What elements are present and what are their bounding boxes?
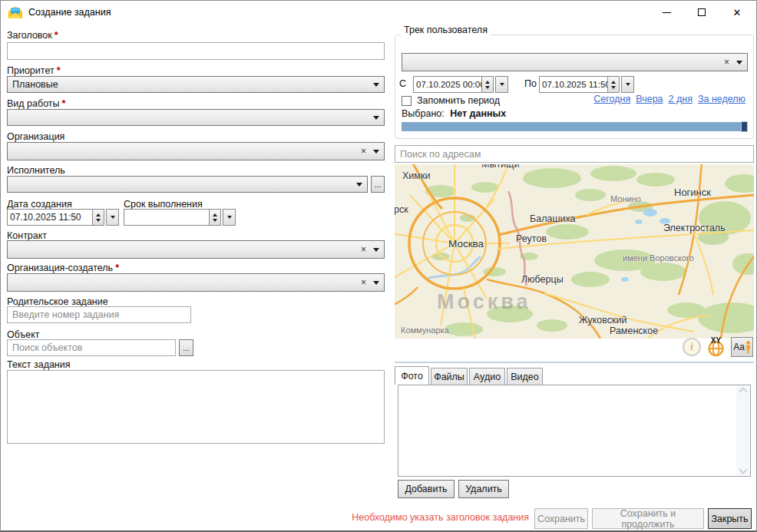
selected-label: Выбрано: <box>402 108 445 119</box>
chevron-down-icon <box>373 281 379 285</box>
chevron-down-icon <box>373 248 379 252</box>
deadline-datetime-picker[interactable] <box>124 209 236 226</box>
contract-combobox[interactable]: × <box>7 240 385 259</box>
spin-up-icon <box>213 213 217 216</box>
map-label: Монино <box>610 194 641 203</box>
spinner-buttons[interactable] <box>209 209 221 226</box>
map-label: орск <box>395 204 408 215</box>
chevron-down-icon <box>500 83 504 86</box>
spinner-buttons[interactable] <box>607 76 620 93</box>
executor-combobox[interactable] <box>7 176 368 193</box>
map-view[interactable]: Химки Мытищи орск Москва Балашиха Реутов… <box>395 164 754 339</box>
chevron-down-icon <box>373 150 379 154</box>
calendar-dropdown-button[interactable] <box>106 209 119 226</box>
spin-up-icon <box>485 81 490 84</box>
priority-value: Плановые <box>12 79 373 90</box>
clear-icon[interactable]: × <box>361 278 366 287</box>
tab-video[interactable]: Видео <box>507 368 543 385</box>
tab-files[interactable]: Файлы <box>431 368 468 385</box>
map-label: Раменское <box>610 325 658 336</box>
track-to-label: По <box>524 78 537 89</box>
calendar-dropdown-button[interactable] <box>495 76 508 93</box>
created-value[interactable]: 07.10.2025 11:50 <box>7 209 93 226</box>
scroll-down-icon[interactable] <box>739 465 747 474</box>
spinner-buttons[interactable] <box>481 76 494 93</box>
minimize-button[interactable] <box>649 1 684 24</box>
window-title: Создание задания <box>28 1 111 24</box>
person-icon <box>745 341 751 353</box>
track-from-label: С <box>399 78 406 89</box>
tab-audio[interactable]: Аудио <box>469 368 505 385</box>
priority-combobox[interactable]: Плановые <box>7 76 385 93</box>
creator-org-combobox[interactable]: × <box>7 273 385 292</box>
validation-error-text: Необходимо указать заголовок задания <box>323 512 529 523</box>
map-label: Жуковский <box>579 315 626 325</box>
link-yesterday[interactable]: Вчера <box>636 94 663 104</box>
scroll-up-icon[interactable] <box>739 387 747 395</box>
chevron-down-icon <box>356 183 362 187</box>
quick-period-links: Сегодня Вчера 2 дня За неделю <box>593 94 745 104</box>
map-info-button[interactable]: i <box>683 338 701 356</box>
required-asterisk: * <box>55 30 58 41</box>
map-label: Химки <box>402 170 430 181</box>
link-today[interactable]: Сегодня <box>593 94 630 104</box>
parent-task-input[interactable] <box>7 306 191 323</box>
track-user-combobox[interactable]: × <box>402 53 748 71</box>
parent-task-label: Родительское задание <box>7 296 108 307</box>
link-2days[interactable]: 2 дня <box>669 94 693 104</box>
map-labels-toggle-button[interactable]: Aa <box>731 337 753 357</box>
track-from-value[interactable]: 07.10.2025 00:00 <box>413 76 482 93</box>
required-asterisk: * <box>62 98 66 109</box>
map-coordinates-button[interactable]: XY <box>706 336 726 357</box>
remember-period-checkbox[interactable] <box>402 96 412 106</box>
track-to-datetime-picker[interactable]: 07.10.2025 11:50 <box>539 76 634 93</box>
chevron-down-icon <box>373 83 379 87</box>
object-browse-button[interactable]: ... <box>179 339 193 356</box>
map-label: Москва <box>448 238 484 249</box>
header-input[interactable] <box>7 42 385 60</box>
work-type-combobox[interactable] <box>7 109 385 126</box>
object-label: Объект <box>7 329 40 340</box>
close-button[interactable]: ✕ <box>719 1 755 24</box>
spin-down-icon <box>611 86 616 89</box>
clear-icon[interactable]: × <box>361 147 366 156</box>
save-button[interactable]: Сохранить <box>534 508 588 529</box>
save-and-continue-button[interactable]: Сохранить и продолжить <box>592 508 704 529</box>
executor-browse-button[interactable]: ... <box>371 176 385 193</box>
minimize-icon <box>663 12 671 13</box>
slider-handle[interactable] <box>741 121 748 132</box>
clear-icon[interactable]: × <box>724 58 729 67</box>
vertical-scrollbar[interactable] <box>736 386 749 475</box>
deadline-value[interactable] <box>124 209 210 226</box>
map-label: имени Воровского <box>623 253 694 263</box>
track-range-slider[interactable] <box>402 122 748 131</box>
track-from-datetime-picker[interactable]: 07.10.2025 00:00 <box>413 76 508 93</box>
task-text-area[interactable] <box>7 370 385 444</box>
calendar-dropdown-button[interactable] <box>223 209 236 226</box>
organization-combobox[interactable]: × <box>7 142 385 160</box>
selected-status: Выбрано: Нет данных <box>402 108 506 119</box>
object-search-input[interactable] <box>7 339 176 356</box>
header-label: Заголовок* <box>7 30 58 41</box>
remove-button[interactable]: Удалить <box>458 480 509 498</box>
user-track-title: Трек пользователя <box>401 25 491 35</box>
created-datetime-picker[interactable]: 07.10.2025 11:50 <box>7 209 119 226</box>
selected-value: Нет данных <box>450 108 506 119</box>
add-button[interactable]: Добавить <box>398 480 455 498</box>
map-label: Люберцы <box>521 274 564 285</box>
close-dialog-button[interactable]: Закрыть <box>708 508 752 529</box>
map-label: Балашиха <box>530 213 575 224</box>
created-label: Дата создания <box>7 199 72 210</box>
photo-list-panel[interactable] <box>398 385 751 477</box>
organization-label: Организация <box>7 131 64 142</box>
clear-icon[interactable]: × <box>361 245 366 254</box>
link-week[interactable]: За неделю <box>698 94 745 104</box>
maximize-button[interactable] <box>684 1 719 24</box>
calendar-dropdown-button[interactable] <box>621 76 634 93</box>
address-search-input[interactable] <box>395 145 754 163</box>
spin-up-icon <box>96 213 101 216</box>
title-bar[interactable]: Создание задания ✕ <box>1 1 756 24</box>
track-to-value[interactable]: 07.10.2025 11:50 <box>539 76 608 93</box>
tab-photo[interactable]: Фото <box>395 366 429 385</box>
spinner-buttons[interactable] <box>92 209 104 226</box>
